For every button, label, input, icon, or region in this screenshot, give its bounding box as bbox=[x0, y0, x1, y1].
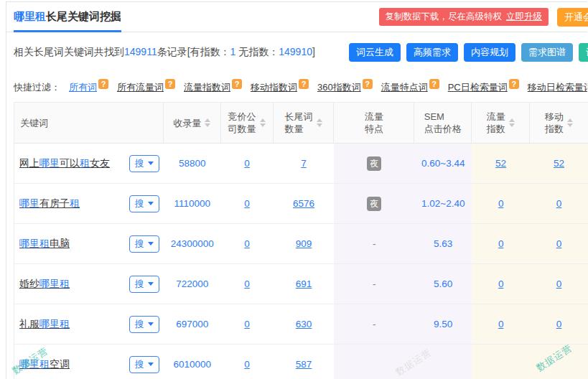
search-dropdown-button[interactable]: 搜 bbox=[129, 195, 159, 212]
action-button-clipped-action[interactable]: 词 bbox=[579, 43, 588, 62]
table-row: 哪里有房子租搜111000006576夜1.02~2.4000 bbox=[14, 184, 588, 224]
value-link[interactable]: 0 bbox=[556, 279, 562, 289]
help-icon[interactable]: ? bbox=[232, 79, 242, 89]
help-icon[interactable]: ? bbox=[165, 79, 175, 89]
filter-item-5[interactable]: 流量特点词? bbox=[381, 81, 439, 94]
chevron-down-icon bbox=[148, 322, 154, 326]
brand-keyword: 哪里租 bbox=[14, 10, 46, 24]
value-link[interactable]: 0 bbox=[556, 319, 562, 329]
keyword-link[interactable]: 哪里租空调 bbox=[19, 358, 70, 371]
traffic-feature-cell: - bbox=[334, 304, 414, 344]
result-count-text: 相关长尾词关键词共找到149911条记录[有指数：1 无指数：149910] bbox=[14, 46, 315, 59]
value-link[interactable]: 0 bbox=[556, 238, 562, 249]
value-link[interactable]: 0 bbox=[244, 359, 250, 370]
tab-longtail-keyword-mining[interactable]: 哪里租长尾关键词挖掘 bbox=[14, 2, 121, 32]
traffic-feature-cell bbox=[334, 345, 414, 379]
filter-item-4[interactable]: 360指数词? bbox=[317, 81, 373, 94]
value-link[interactable]: 0 bbox=[244, 319, 250, 329]
value-link[interactable]: 6576 bbox=[293, 198, 314, 209]
no-feature-dash: - bbox=[373, 238, 376, 249]
night-feature-badge: 夜 bbox=[367, 197, 381, 211]
page-title: 长尾关键词挖掘 bbox=[46, 10, 121, 24]
filter-item-0[interactable]: 所有词? bbox=[69, 81, 108, 94]
filter-link[interactable]: 所有流量词 bbox=[117, 81, 164, 94]
search-dropdown-button[interactable]: 搜 bbox=[129, 155, 159, 172]
action-button-content-plan[interactable]: 内容规划 bbox=[464, 43, 515, 62]
traffic-feature-cell: - bbox=[334, 224, 414, 263]
column-header-6[interactable]: 流量指数 bbox=[472, 103, 530, 143]
search-dropdown-button[interactable]: 搜 bbox=[129, 276, 159, 293]
help-icon[interactable]: ? bbox=[98, 79, 108, 89]
column-header-0: 关键词 bbox=[14, 103, 164, 143]
value-link[interactable]: 0 bbox=[498, 198, 504, 209]
filter-item-7[interactable]: 移动日检索量词? bbox=[528, 81, 587, 94]
filter-link[interactable]: 移动指数词 bbox=[251, 81, 297, 94]
value-link[interactable]: 0 bbox=[244, 238, 250, 249]
column-header-5: SEM点击价格 bbox=[414, 103, 472, 143]
value-link[interactable]: 0 bbox=[498, 319, 504, 329]
column-header-4: 流量特点 bbox=[334, 103, 414, 143]
value-link[interactable]: 0 bbox=[556, 198, 562, 209]
column-header-2[interactable]: 竞价公司数量 bbox=[221, 103, 274, 143]
value-link[interactable]: 7 bbox=[301, 158, 307, 169]
value-link[interactable]: 909 bbox=[296, 238, 312, 249]
search-dropdown-button[interactable]: 搜 bbox=[129, 235, 159, 253]
sort-icon[interactable] bbox=[260, 118, 266, 127]
keyword-link[interactable]: 网上哪里可以租女友 bbox=[19, 157, 110, 170]
help-icon[interactable]: ? bbox=[509, 79, 519, 89]
night-feature-badge: 夜 bbox=[367, 156, 381, 171]
filter-link[interactable]: 360指数词 bbox=[317, 81, 361, 94]
value-link[interactable]: 0 bbox=[244, 279, 250, 289]
search-dropdown-button[interactable]: 搜 bbox=[129, 356, 159, 373]
action-button-high-frequency-demand[interactable]: 高频需求 bbox=[406, 43, 458, 62]
value-link[interactable]: 0 bbox=[498, 238, 504, 249]
action-button-word-cloud[interactable]: 词云生成 bbox=[349, 43, 401, 62]
filter-link[interactable]: 所有词 bbox=[69, 81, 97, 94]
filter-item-2[interactable]: 流量指数词? bbox=[184, 81, 242, 94]
filter-link[interactable]: 流量指数词 bbox=[184, 81, 230, 94]
keyword-link[interactable]: 婚纱哪里租 bbox=[19, 278, 70, 291]
column-header-7[interactable]: 移动指数 bbox=[530, 103, 588, 143]
table-header: 关键词收录量竞价公司数量长尾词数量流量特点SEM点击价格流量指数移动指数 bbox=[14, 103, 588, 144]
included-volume: 722000 bbox=[176, 279, 208, 289]
value-link[interactable]: 630 bbox=[296, 319, 312, 329]
sort-icon[interactable] bbox=[509, 118, 515, 127]
help-icon[interactable]: ? bbox=[429, 79, 439, 89]
keyword-link[interactable]: 哪里租电脑 bbox=[19, 238, 70, 251]
sort-icon[interactable] bbox=[317, 118, 322, 127]
column-header-1[interactable]: 收录量 bbox=[164, 103, 221, 143]
sort-icon[interactable] bbox=[205, 118, 210, 127]
help-icon[interactable]: ? bbox=[363, 79, 373, 89]
filter-link[interactable]: 移动日检索量词 bbox=[528, 81, 587, 94]
help-icon[interactable]: ? bbox=[299, 79, 309, 89]
table-row: 哪里租空调搜60100000587 bbox=[14, 345, 588, 379]
filter-item-3[interactable]: 移动指数词? bbox=[251, 81, 309, 94]
sort-icon[interactable] bbox=[567, 118, 573, 127]
keyword-link[interactable]: 哪里有房子租 bbox=[19, 197, 80, 210]
column-header-3[interactable]: 长尾词数量 bbox=[274, 103, 335, 143]
copy-data-promo-button[interactable]: 复制数据下载，尽在高级特权 立即升级 bbox=[379, 8, 549, 26]
filter-item-1[interactable]: 所有流量词? bbox=[117, 81, 175, 94]
value-link[interactable]: 0 bbox=[244, 198, 250, 209]
open-membership-button[interactable]: 开通会员 bbox=[557, 8, 588, 27]
value-link[interactable]: 0 bbox=[498, 279, 504, 289]
action-button-demand-map[interactable]: 需求图谱 bbox=[521, 43, 573, 62]
traffic-feature-cell: 夜 bbox=[334, 144, 414, 183]
table-row: 哪里租电脑搜243000000909-5.6300 bbox=[14, 224, 588, 264]
sem-price: 9.50 bbox=[434, 319, 452, 329]
table-body: 网上哪里可以租女友搜5880007夜0.60~3.445252哪里有房子租搜11… bbox=[14, 144, 588, 379]
value-link[interactable]: 52 bbox=[495, 158, 506, 169]
filter-item-6[interactable]: PC日检索量词? bbox=[448, 81, 519, 94]
value-link[interactable]: 0 bbox=[244, 158, 250, 169]
upgrade-now-link[interactable]: 立即升级 bbox=[506, 11, 542, 23]
value-link[interactable]: 587 bbox=[296, 359, 312, 370]
filter-link[interactable]: PC日检索量词 bbox=[448, 81, 508, 94]
filter-link[interactable]: 流量特点词 bbox=[381, 81, 428, 94]
traffic-feature-cell: - bbox=[334, 264, 414, 304]
sem-price: 5.63 bbox=[434, 238, 452, 249]
value-link[interactable]: 52 bbox=[554, 158, 564, 169]
value-link[interactable]: 691 bbox=[296, 279, 312, 289]
chevron-down-icon bbox=[148, 242, 154, 245]
search-dropdown-button[interactable]: 搜 bbox=[129, 316, 159, 333]
keyword-link[interactable]: 礼服哪里租 bbox=[19, 318, 70, 331]
